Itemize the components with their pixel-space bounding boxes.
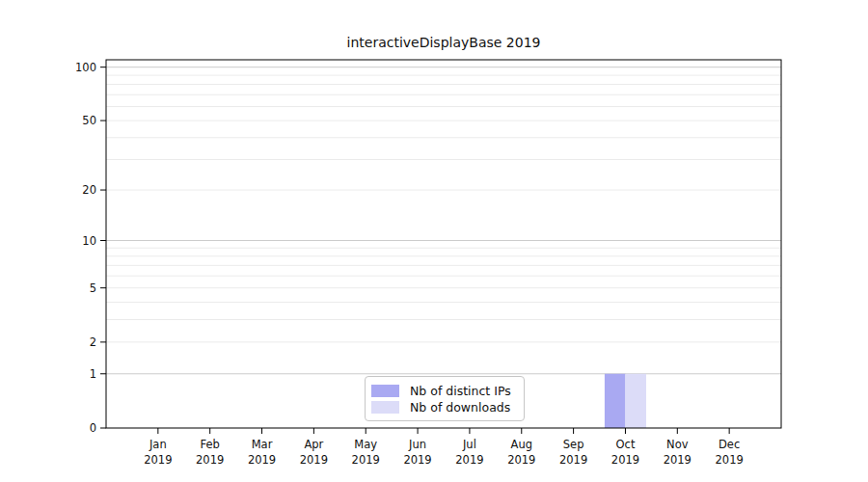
legend-swatch-downloads — [371, 401, 399, 414]
x-tick-label: Mar2019 — [248, 438, 276, 467]
legend-swatch-distinct-ips — [371, 385, 399, 397]
y-tick-label: 100 — [75, 61, 96, 74]
legend-label-distinct-ips: Nb of distinct IPs — [410, 384, 511, 398]
chart-title: interactiveDisplayBase 2019 — [106, 35, 781, 50]
x-tick-label: Jun2019 — [403, 438, 431, 467]
x-tick-label: Dec2019 — [716, 438, 744, 467]
x-tick-label: Sep2019 — [559, 438, 587, 467]
x-tick-label: May2019 — [352, 438, 380, 467]
legend: Nb of distinct IPs Nb of downloads — [365, 376, 525, 421]
y-tick-label: 2 — [90, 335, 96, 349]
bar-oct-s1 — [625, 374, 646, 428]
y-tick-label: 1 — [90, 367, 96, 381]
x-tick-label: Nov2019 — [664, 438, 692, 467]
x-tick-label: Oct2019 — [611, 438, 639, 467]
legend-item-downloads: Nb of downloads — [371, 400, 516, 415]
plot-frame — [106, 60, 781, 428]
x-tick-label: Aug2019 — [507, 438, 535, 467]
chart: 0125102050100Jan2019Feb2019Mar2019Apr201… — [0, 0, 868, 482]
x-tick-label: Jul2019 — [455, 438, 483, 467]
x-tick-label: Jan2019 — [144, 438, 172, 467]
y-tick-label: 0 — [90, 421, 96, 435]
y-tick-label: 5 — [90, 281, 96, 295]
x-tick-label: Apr2019 — [300, 438, 328, 467]
legend-item-distinct-ips: Nb of distinct IPs — [371, 384, 516, 398]
y-tick-label: 20 — [82, 183, 96, 197]
bar-oct-s0 — [605, 374, 626, 428]
x-tick-label: Feb2019 — [196, 438, 224, 467]
y-tick-label: 50 — [82, 114, 96, 127]
legend-label-downloads: Nb of downloads — [410, 400, 510, 415]
y-tick-label: 10 — [82, 234, 96, 248]
